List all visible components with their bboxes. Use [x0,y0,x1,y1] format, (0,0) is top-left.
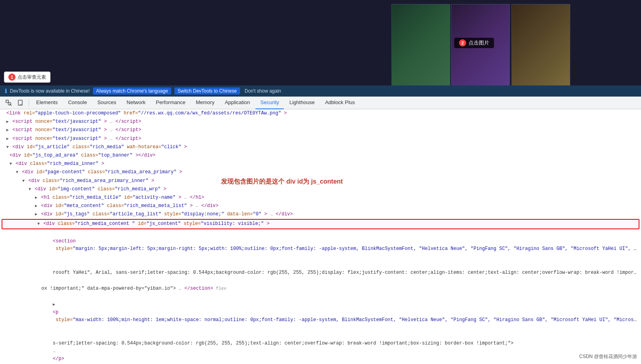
expand-triangle[interactable] [29,187,31,192]
devtools-tab-bar: Elements Console Sources Network Perform… [0,97,641,109]
html-line[interactable]: <script nonce="text/javascript" > … </sc… [0,135,641,143]
html-line[interactable]: s-serif;letter-spacing: 0.544px;backgrou… [0,332,641,362]
device-toolbar-button[interactable] [15,97,26,108]
html-line[interactable]: <div class="rich_media_area_primary_inne… [0,177,641,185]
hint-badge-2: 2 [459,39,466,46]
tab-console[interactable]: Console [63,97,92,109]
expand-triangle[interactable] [10,162,12,166]
html-line[interactable]: <link rel="apple-touch-icon-precomposed"… [0,109,641,118]
devtools-info-text: DevTools is now available in Chinese! [10,88,90,94]
expand-triangle[interactable] [53,302,55,307]
always-match-language-button[interactable]: Always match Chrome's language [93,87,171,95]
tab-network[interactable]: Network [122,97,151,109]
dont-show-again-button[interactable]: Don't show again [243,87,283,95]
tab-separator [29,99,29,107]
expand-triangle[interactable] [6,145,9,149]
expand-triangle[interactable] [6,128,9,132]
switch-devtools-chinese-button[interactable]: Switch DevTools to Chinese [174,87,240,95]
tab-adblock-plus[interactable]: Adblock Plus [320,97,360,109]
html-line[interactable]: <div id="page-content" class="rich_media… [0,168,641,176]
html-line[interactable]: <div id="js_article" class="rich_media" … [0,143,641,151]
html-line[interactable]: <div id="meta_content" class="rich_media… [0,202,641,210]
html-line[interactable]: <div id="js_top_ad_area" class="top_bann… [0,151,641,160]
info-icon: ℹ [5,88,7,94]
html-line[interactable]: <h1 class="rich_media_title" id="activit… [0,194,641,202]
devtools-infobar: ℹ DevTools is now available in Chinese! … [0,85,641,97]
html-line[interactable]: <section style="margin: 5px;margin-left:… [0,230,641,261]
tab-memory[interactable]: Memory [191,97,219,109]
devtools-html-panel[interactable]: 发现包含图片的是这个 div id为 js_content <link rel=… [0,109,641,362]
expand-triangle[interactable] [6,137,9,141]
content-image-3 [511,4,570,85]
inspect-element-button[interactable] [3,97,14,108]
html-line[interactable]: <script nonce="text/javascript" > … </sc… [0,118,641,126]
expand-triangle[interactable] [35,204,37,208]
tab-security[interactable]: Security [256,97,284,109]
svg-rect-0 [6,100,8,103]
inspect-element-hint: 1 点击审查元素 [4,72,50,83]
html-line[interactable]: <p style="max-width: 100%;min-height: 1e… [0,293,641,332]
html-line[interactable]: <script nonce="text/javascript" > … </sc… [0,126,641,134]
content-image-1 [391,4,450,85]
hint-badge-1: 1 [8,74,15,81]
tab-lighthouse[interactable]: Lighthouse [285,97,320,109]
selected-div-line[interactable]: <div class="rich_media_content " id="js_… [2,219,639,229]
tag-link: <link [6,110,21,116]
tab-sources[interactable]: Sources [93,97,121,109]
expand-triangle[interactable] [6,120,9,124]
hint-label: 点击图片 [469,39,489,46]
expand-triangle[interactable] [16,170,18,174]
browser-content-area: 2 点击图片 1 点击审查元素 [0,0,641,85]
tab-performance[interactable]: Performance [151,97,190,109]
inspect-hint-label: 点击审查元素 [17,74,46,81]
expand-triangle[interactable] [35,196,37,200]
html-line[interactable]: <div id="img-content" class="rich_media_… [0,185,641,194]
expand-triangle[interactable] [37,222,40,226]
html-line[interactable]: <div id="js_tags" class="article_tag_lis… [0,210,641,219]
expand-triangle[interactable] [35,212,37,217]
tab-application[interactable]: Application [220,97,255,109]
tab-elements[interactable]: Elements [31,97,62,109]
html-line[interactable]: rosoft YaHei", Arial, sans-serif;letter-… [0,261,641,285]
expand-triangle[interactable] [22,179,25,183]
html-line[interactable]: <div class="rich_media_inner" > [0,160,641,168]
click-image-hint: 2 点击图片 [454,38,494,48]
html-line[interactable]: ox !important;" data-mpa-powered-by="yib… [0,285,641,293]
